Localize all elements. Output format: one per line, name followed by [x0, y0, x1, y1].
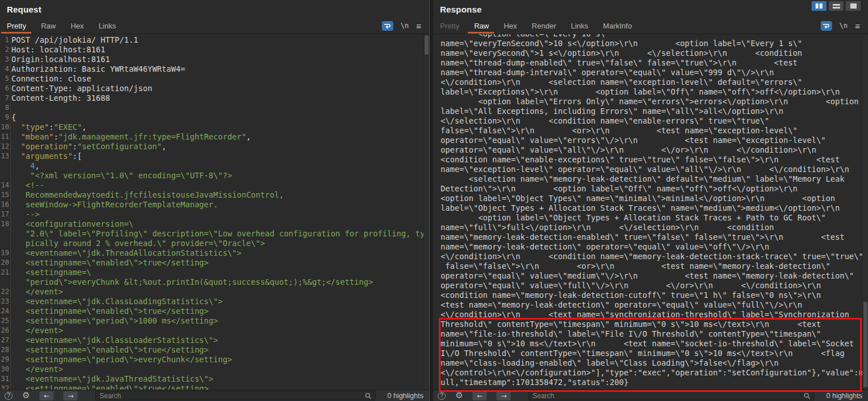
response-scrollbar-track[interactable] [862, 35, 868, 389]
response-search-input[interactable] [532, 392, 803, 400]
request-panel: Request PrettyRawHexLinks \n ≡ 1POST /ap… [0, 0, 430, 401]
code-line: name=\"exception-level\" operator=\"equa… [441, 165, 868, 174]
code-line: 2Host: localhost:8161 [0, 45, 429, 55]
code-line: label=\"All Exceptions, including Errors… [441, 107, 868, 116]
show-newlines-toggle[interactable]: \n [401, 22, 409, 30]
code-line: <\/condition>\r\n <text name=\"synchroni… [441, 310, 868, 320]
layout-columns-button[interactable] [812, 1, 826, 11]
line-number: 6 [0, 84, 10, 93]
code-line: <option label=\"Object Types + Allocatio… [441, 213, 868, 223]
code-line: <\/condition>\r\n <condition name=\"memo… [441, 252, 868, 261]
code-line: 26 </event> [0, 326, 429, 335]
line-number: 20 [0, 258, 10, 268]
code-line: 13 "arguments":[ [0, 152, 429, 161]
tab-hex[interactable]: Hex [63, 18, 91, 34]
code-line: operator=\"equal\" value=\"medium\"\/>\r… [441, 271, 868, 281]
line-number: 32 [0, 384, 10, 390]
tab-raw[interactable]: Raw [467, 18, 496, 34]
line-number: 12 [0, 142, 10, 152]
code-line: "<?xml version=\"1.0\" encoding=\"UTF-8\… [0, 171, 429, 181]
line-number: 29 [0, 355, 10, 365]
code-line: 12 "operation":"setConfiguration", [0, 142, 429, 152]
tab-markinfo[interactable]: MarkInfo [596, 18, 639, 34]
code-line: 8 [0, 103, 429, 113]
line-number: 25 [0, 316, 10, 326]
code-line: ull,"timestamp":1701358472,"status":200} [441, 378, 868, 387]
search-next-button[interactable]: → [496, 391, 511, 400]
line-number: 24 [0, 306, 10, 316]
layout-rows-button[interactable] [829, 1, 843, 11]
tab-pretty[interactable]: Pretty [0, 18, 34, 34]
response-viewer[interactable]: <option label=\"Every 10 s\"name=\"every… [433, 34, 868, 390]
response-panel: Response PrettyRawHexRenderLinksMarkInfo… [433, 0, 868, 401]
code-line: false=\"false\">\r\n <or>\r\n <test name… [441, 261, 868, 271]
tab-render[interactable]: Render [524, 18, 564, 34]
code-line: name=\"memory-leak-detection-enabled\" t… [441, 232, 868, 242]
request-tabs: PrettyRawHexLinks [0, 18, 123, 34]
response-scrollbar-thumb[interactable] [863, 302, 867, 387]
code-line: name=\"file-io-threshold\" label=\"File … [441, 329, 868, 339]
response-tabbar: PrettyRawHexRenderLinksMarkInfo \n ≡ [433, 18, 868, 34]
line-number: 26 [0, 326, 10, 335]
code-line: operator=\"equal\" value=\"full\"\/>\r\n… [441, 281, 868, 290]
code-line: 23 <eventname=\"jdk.ClassLoadingStatisti… [0, 297, 429, 306]
code-line: Threshold\" contentType=\"timespan\" min… [441, 320, 868, 329]
line-number: 8 [0, 103, 10, 113]
view-layout-buttons [812, 1, 861, 11]
request-header: Request [0, 0, 429, 18]
code-line: 24 <settingname=\"enabled\">true</settin… [0, 306, 429, 316]
app-root: Request PrettyRawHexLinks \n ≡ 1POST /ap… [0, 0, 868, 401]
code-line: <condition name=\"memory-leak-detection-… [441, 290, 868, 300]
code-line: 32 <settingname=\"enabled\">true</settin… [0, 384, 429, 390]
code-line: pically around 2 % overhead.\" provider=… [0, 239, 429, 248]
request-editor[interactable]: 1POST /api/jolokia/ HTTP/1.12Host: local… [0, 34, 429, 390]
search-prev-button[interactable]: ← [472, 391, 487, 400]
code-line: 31 <eventname=\"jdk.JavaThreadStatistics… [0, 374, 429, 384]
request-search-input[interactable] [99, 392, 364, 400]
single-pane-icon [850, 3, 857, 9]
line-number: 2 [0, 45, 10, 55]
tab-links[interactable]: Links [564, 18, 596, 34]
word-wrap-toggle[interactable] [821, 21, 832, 31]
code-line: <option label=\"Errors Only\" name=\"err… [441, 97, 868, 107]
code-line: name=\"class-loading-enabled\" label=\"C… [441, 358, 868, 368]
response-highlights-count: 0 highlights [826, 392, 862, 400]
line-number: 21 [0, 268, 10, 277]
word-wrap-toggle[interactable] [382, 21, 393, 31]
code-line: <\/condition>\r\n <selection name=\"exce… [441, 77, 868, 87]
code-line: name=\"everyTenSecond\">10 s<\/option>\r… [441, 39, 868, 48]
code-line: minimum=\"0 s\">10 ms<\/text>\r\n <text … [441, 339, 868, 349]
code-line: 14 <!-- [0, 181, 429, 190]
settings-gear-icon[interactable]: ⚙ [455, 391, 463, 400]
code-line: name=\"memory-leak-detection\" operator=… [441, 242, 868, 252]
line-number: 22 [0, 287, 10, 297]
layout-single-button[interactable] [846, 1, 861, 11]
search-prev-button[interactable]: ← [39, 391, 54, 400]
code-line: 29 <settingname=\"period\">everyChunk</s… [0, 355, 429, 365]
word-wrap-icon [822, 23, 830, 29]
code-line: "period\">everyChunk &lt;%out.printIn(&q… [0, 277, 429, 287]
request-scrollbar-thumb[interactable] [425, 35, 429, 55]
tab-raw[interactable]: Raw [34, 18, 63, 34]
response-title: Response [440, 5, 482, 14]
panel-menu-icon[interactable]: ≡ [855, 21, 860, 31]
tab-pretty[interactable]: Pretty [433, 18, 467, 34]
tab-links[interactable]: Links [91, 18, 123, 34]
request-title: Request [7, 5, 42, 14]
line-number [0, 277, 10, 287]
code-line: name=\"thread-dump-enabled\" true=\"fals… [441, 58, 868, 68]
code-line: 1POST /api/jolokia/ HTTP/1.1 [0, 35, 429, 45]
help-icon[interactable]: ? [438, 392, 446, 400]
search-next-button[interactable]: → [63, 391, 78, 400]
line-number: 7 [0, 93, 10, 103]
code-line: 4Authorization: Basic YWRtaW46YWRtaW4= [0, 64, 429, 74]
show-newlines-toggle[interactable]: \n [840, 22, 847, 30]
help-icon[interactable]: ? [5, 392, 13, 400]
panel-menu-icon[interactable]: ≡ [416, 21, 421, 31]
settings-gear-icon[interactable]: ⚙ [22, 391, 30, 400]
tab-hex[interactable]: Hex [496, 18, 524, 34]
code-line: name=\"everySecond\">1 s<\/option>\r\n <… [441, 48, 868, 58]
word-wrap-icon [384, 23, 391, 29]
request-scrollbar-track[interactable] [423, 35, 429, 389]
code-line: 3Origin:localhost:8161 [0, 55, 429, 64]
